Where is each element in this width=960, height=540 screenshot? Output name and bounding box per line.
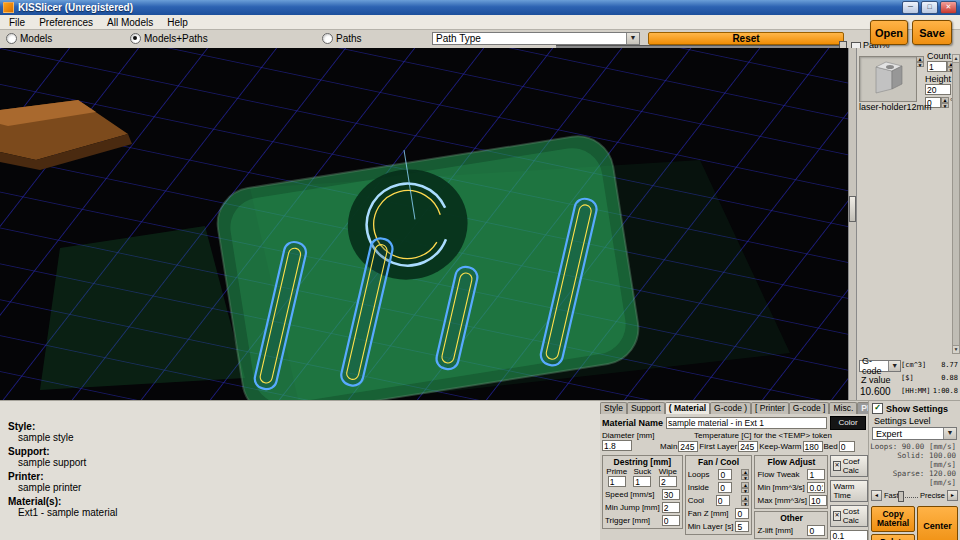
stat-time: [HH:MM]1:00.8	[901, 387, 958, 395]
flow-min-label: Min [mm^3/s]	[757, 483, 804, 492]
radio-models-dot	[6, 33, 17, 44]
tab-gcode-ext[interactable]: G-code )	[710, 402, 751, 414]
diameter-input[interactable]	[602, 440, 632, 451]
height-input[interactable]	[925, 84, 951, 95]
menu-file[interactable]: File	[2, 16, 32, 29]
speed-summary: Loops: 90.00 [mm/s] Solid: 100.00 [mm/s]…	[869, 442, 956, 487]
summary-printer: Printer: sample printer	[8, 471, 600, 496]
arrow-left-icon[interactable]: ◄	[871, 490, 882, 501]
scroll-up-icon[interactable]: ▲	[953, 55, 959, 63]
min-layer-input[interactable]	[735, 521, 749, 532]
cost-calc-button[interactable]: ✕ Cost Calc	[830, 505, 868, 527]
cost-input[interactable]	[830, 530, 868, 540]
cool-input[interactable]	[716, 495, 730, 506]
viewport-3d[interactable]	[0, 48, 848, 400]
close-icon[interactable]: ✕	[833, 461, 840, 471]
reset-button[interactable]: Reset	[648, 32, 844, 45]
menu-preferences[interactable]: Preferences	[32, 16, 100, 29]
z-lift-input[interactable]	[807, 525, 825, 536]
tab-style[interactable]: Style	[600, 402, 627, 414]
flow-tweak-label: Flow Tweak	[757, 470, 799, 479]
suck-input[interactable]	[633, 476, 651, 487]
scene-3d	[0, 48, 848, 400]
radio-paths-dot	[322, 33, 333, 44]
close-icon[interactable]: ✕	[833, 511, 840, 521]
inside-stepper[interactable]: ▲▼	[741, 482, 749, 493]
warm-time-button[interactable]: Warm Time	[830, 480, 868, 502]
show-settings-checkbox[interactable]: ✓	[872, 403, 883, 414]
flow-min-input[interactable]	[807, 482, 825, 493]
flow-max-input[interactable]	[809, 495, 827, 506]
temp-first-input[interactable]	[738, 441, 758, 452]
tab-gcode-printer[interactable]: G-code ]	[789, 402, 830, 414]
gcode-dropdown[interactable]: G-code ▼	[859, 360, 901, 372]
cool-label: Cool	[688, 496, 704, 505]
count-input[interactable]	[927, 61, 947, 72]
tab-misc[interactable]: Misc.	[829, 402, 857, 414]
menu-all-models[interactable]: All Models	[100, 16, 160, 29]
title-bar: KISSlicer (Unregistered) ─ □ ✕	[0, 0, 960, 15]
quality-slider[interactable]	[901, 494, 918, 498]
radio-models[interactable]: Models	[6, 33, 52, 44]
speed-input[interactable]	[662, 489, 680, 500]
other-group: Other Z-lift [mm]	[754, 511, 828, 539]
precise-label: Precise	[920, 491, 945, 500]
fast-label: Fast	[884, 491, 899, 500]
settings-tabs: Style Support ( Material G-code ) [ Prin…	[600, 401, 868, 414]
model-preview[interactable]	[859, 56, 917, 102]
color-button[interactable]: Color	[830, 416, 866, 430]
temp-main-input[interactable]	[678, 441, 698, 452]
loops-speed: Loops: 90.00 [mm/s]	[869, 442, 956, 451]
path-type-dropdown[interactable]: Path Type ▼	[432, 32, 640, 45]
radio-paths-label: Paths	[336, 33, 362, 44]
prime-input[interactable]	[608, 476, 626, 487]
quality-slider-handle[interactable]	[898, 491, 904, 502]
settings-level-dropdown[interactable]: Expert ▼	[872, 427, 957, 440]
fan-z-input[interactable]	[735, 508, 749, 519]
radio-paths[interactable]: Paths	[322, 33, 362, 44]
speed-label: Speed [mm/s]	[605, 490, 654, 499]
minimize-icon[interactable]: ─	[902, 1, 919, 14]
maximize-icon[interactable]: □	[921, 1, 938, 14]
scroll-down-icon[interactable]: ▼	[953, 345, 959, 353]
radio-models-paths-dot	[130, 33, 141, 44]
wipe-input[interactable]	[659, 476, 677, 487]
model-sidebar: ▲▼ Count ▲▼ Height ▲▼ ° laser-holder12mm…	[857, 48, 960, 400]
model-list-scrollbar[interactable]: ▲ ▼	[952, 54, 960, 354]
tab-support[interactable]: Support	[627, 402, 665, 414]
tab-printer[interactable]: [ Printer	[751, 402, 789, 414]
layer-slider-handle[interactable]	[849, 196, 856, 222]
arrow-right-icon[interactable]: ►	[947, 490, 958, 501]
chevron-down-icon: ▼	[626, 33, 639, 44]
menu-help[interactable]: Help	[160, 16, 195, 29]
material-name-input[interactable]	[666, 417, 827, 429]
show-settings-row[interactable]: ✓ Show Settings	[872, 403, 960, 414]
model-preview-icon	[860, 57, 914, 99]
temp-keepwarm-input[interactable]	[803, 441, 823, 452]
delete-material-button[interactable]: Delete Material	[871, 534, 915, 540]
loops-input[interactable]	[718, 469, 732, 480]
temp-bed-input[interactable]	[839, 441, 855, 452]
min-jump-input[interactable]	[662, 502, 680, 513]
coef-calc-button[interactable]: ✕ Coef Calc	[830, 455, 868, 477]
material-name-label: Material Name	[602, 418, 663, 428]
fan-cool-group: Fan / Cool Loops ▲▼ Inside ▲▼ Cool ▲▼	[685, 455, 753, 535]
trigger-input[interactable]	[662, 515, 680, 526]
preview-stepper[interactable]: ▲▼	[916, 56, 924, 67]
tab-material[interactable]: ( Material	[665, 402, 710, 414]
layer-slider[interactable]	[848, 48, 857, 400]
loops-label: Loops	[688, 470, 710, 479]
calc-column: ✕ Coef Calc Warm Time ✕ Cost Calc $ / cm…	[830, 455, 868, 540]
radio-models-paths[interactable]: Models+Paths	[130, 33, 208, 44]
flow-tweak-input[interactable]	[807, 469, 825, 480]
cool-stepper[interactable]: ▲▼	[741, 495, 749, 506]
save-button[interactable]: Save	[912, 20, 952, 45]
sparse-speed: Sparse: 120.00 [mm/s]	[869, 469, 956, 487]
center-button[interactable]: Center	[917, 506, 958, 540]
inside-input[interactable]	[718, 482, 732, 493]
loops-stepper[interactable]: ▲▼	[741, 469, 749, 480]
close-icon[interactable]: ✕	[940, 1, 957, 14]
chevron-down-icon: ▼	[943, 428, 956, 439]
open-button[interactable]: Open	[870, 20, 908, 45]
copy-material-button[interactable]: Copy Material	[871, 506, 915, 532]
